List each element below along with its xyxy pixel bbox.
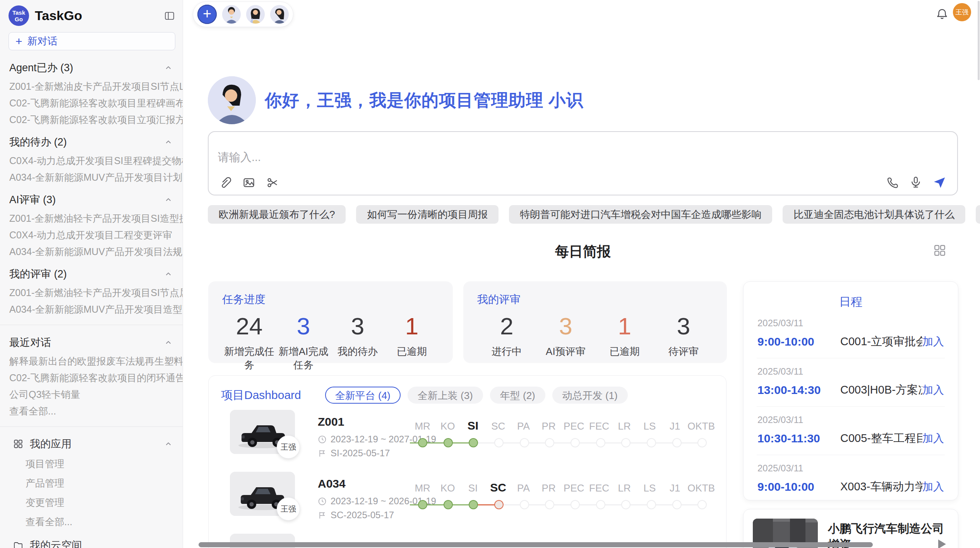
milestone-label: MR xyxy=(415,420,430,432)
list-item[interactable]: C02-飞腾新能源轻客改款项目里程碑画布 xyxy=(0,98,183,108)
project-row[interactable]: 王强 A034 2023-12-19 ~ 2026-01-19 SC-2025-… xyxy=(209,470,726,529)
add-agent-button[interactable]: + xyxy=(197,5,217,24)
chevron-up-icon[interactable] xyxy=(164,440,173,448)
milestone-dot xyxy=(545,500,554,509)
milestone-dot xyxy=(444,438,453,447)
schedule-item[interactable]: 2025/03/11 13:00-14:30 C003|H0B-方案冻结评审 加… xyxy=(757,358,945,407)
milestone-label: PEC xyxy=(564,482,584,494)
join-link[interactable]: 加入 xyxy=(922,480,944,494)
schedule-item[interactable]: 2025/03/11 9:00-10:00 C001-立项审批会 加入 xyxy=(757,310,945,358)
section-my-todo[interactable]: 我的待办 (2) xyxy=(0,135,183,149)
logo-line1: Task xyxy=(12,9,25,16)
sidebar-item-change-mgmt[interactable]: 变更管理 xyxy=(0,496,183,509)
image-icon[interactable] xyxy=(242,176,255,189)
vertical-scrollbar[interactable] xyxy=(978,1,980,80)
stat: 2 进行中 xyxy=(477,310,536,358)
chevron-up-icon[interactable] xyxy=(164,270,173,278)
list-item[interactable]: C0X4-动力总成开发项目工程变更评审 xyxy=(0,230,183,240)
suggestion-chip[interactable]: 比亚迪全固态电池计划具体说了什么 xyxy=(783,205,965,224)
list-item[interactable]: C0X4-动力总成开发项目SI里程碑提交物检查 xyxy=(0,156,183,166)
join-link[interactable]: 加入 xyxy=(922,431,944,446)
list-item[interactable]: A034-全新新能源MUV产品开发项目计划变更表编写 xyxy=(0,172,183,182)
tab-new-bodywork[interactable]: 全新上装 (3) xyxy=(408,387,483,404)
section-agent-done[interactable]: Agent已办 (3) xyxy=(0,61,183,75)
schedule-time: 10:30-11:30 xyxy=(757,432,831,445)
milestone-label: LR xyxy=(618,482,631,494)
view-all-recent[interactable]: 查看全部... xyxy=(0,406,183,416)
milestone-dot xyxy=(418,500,427,509)
list-item[interactable]: A034-全新新能源MUV产品开发项目法规符合性评审 xyxy=(0,247,183,257)
join-link[interactable]: 加入 xyxy=(922,334,944,349)
list-item[interactable]: Z001-全新燃油轻卡产品开发项目SI造型提交物评审 xyxy=(0,213,183,223)
list-item[interactable]: C02-飞腾新能源轻客改款项目立项汇报方案 xyxy=(0,115,183,125)
milestone-dot xyxy=(469,438,478,447)
list-item[interactable]: Z001-全新燃油轻卡产品开发项目SI节点属性5D文件评审 xyxy=(0,288,183,298)
milestone-dot xyxy=(545,438,554,447)
chevron-up-icon[interactable] xyxy=(164,63,173,72)
agent-avatar-3[interactable] xyxy=(270,5,289,24)
microphone-icon[interactable] xyxy=(909,176,922,189)
schedule-date: 2025/03/11 xyxy=(757,414,944,425)
sidebar-item-my-apps[interactable]: 我的应用 xyxy=(0,437,183,451)
milestone-dot xyxy=(647,500,656,509)
list-item[interactable]: C02-飞腾新能源轻客改款项目的闭环通告反馈情况 xyxy=(0,373,183,383)
milestone-label: FEC xyxy=(589,420,609,432)
tab-powertrain[interactable]: 动总开发 (1) xyxy=(552,387,628,404)
horizontal-scrollbar[interactable] xyxy=(199,542,873,547)
project-row[interactable]: 王强 Z001 2023-12-19 ~ 2027-01-19 SI-2025-… xyxy=(209,408,726,467)
schedule-date: 2025/03/11 xyxy=(757,366,944,377)
layout-grid-icon[interactable] xyxy=(933,244,946,257)
notification-bell-icon[interactable] xyxy=(936,8,948,20)
milestone-label: PR xyxy=(542,420,556,432)
agent-avatar-2[interactable] xyxy=(246,5,265,24)
section-ai-review[interactable]: AI评审 (3) xyxy=(0,193,183,207)
tab-new-platform[interactable]: 全新平台 (4) xyxy=(325,387,401,404)
chevron-up-icon[interactable] xyxy=(164,138,173,146)
suggestion-chip[interactable]: 当下年轻人对汽车外观有怎样的喜好趋势 xyxy=(976,205,980,224)
schedule-time: 9:00-10:00 xyxy=(757,335,831,348)
milestone-label: OKTB xyxy=(687,482,715,494)
dashboard-tabs: 全新平台 (4) 全新上装 (3) 年型 (2) 动总开发 (1) xyxy=(325,387,628,404)
milestone-dot xyxy=(469,500,478,509)
suggestion-chip[interactable]: 欧洲新规最近颁布了什么? xyxy=(208,205,346,224)
phone-icon[interactable] xyxy=(886,176,899,189)
schedule-item[interactable]: 2025/03/11 9:00-10:00 X003-车辆动力学性能验... 加… xyxy=(757,455,945,503)
list-item[interactable]: 公司Q3轻卡销量 xyxy=(0,389,183,399)
attachment-icon[interactable] xyxy=(219,176,232,189)
sidebar-item-project-mgmt[interactable]: 项目管理 xyxy=(0,457,183,470)
sidebar-item-cloud-space[interactable]: 我的云空间 xyxy=(0,538,183,548)
join-link[interactable]: 加入 xyxy=(922,383,944,397)
milestone-dot xyxy=(494,500,504,509)
milestone-dot xyxy=(418,438,427,447)
section-my-review[interactable]: 我的评审 (2) xyxy=(0,267,183,281)
section-recent-chats[interactable]: 最近对话 xyxy=(0,336,183,349)
list-item[interactable]: Z001-全新燃油皮卡产品开发项目SI节点Lesson Learn报告 xyxy=(0,81,183,91)
scroll-right-arrow[interactable] xyxy=(938,539,946,548)
stat-label: 进行中 xyxy=(477,345,536,358)
schedule-item[interactable]: 2025/03/11 10:30-11:30 C005-整车工程目标评审 加入 xyxy=(757,407,945,455)
project-next-milestone: SC-2025-05-17 xyxy=(318,510,394,521)
list-item[interactable]: A034-全新新能源MUV产品开发项目造型可行性评审 xyxy=(0,304,183,314)
plus-icon: + xyxy=(15,36,22,47)
milestone-label: SC xyxy=(490,481,506,494)
stat-label: AI预评审 xyxy=(536,345,595,358)
user-avatar[interactable]: 王强 xyxy=(953,3,971,21)
schedule-title: 日程 xyxy=(757,294,945,310)
chevron-up-icon[interactable] xyxy=(164,195,173,204)
sidebar-item-product-mgmt[interactable]: 产品管理 xyxy=(0,477,183,490)
suggestion-chip[interactable]: 特朗普可能对进口汽车增税会对中国车企造成哪些影响 xyxy=(509,205,772,224)
collapse-sidebar-icon[interactable] xyxy=(164,10,175,21)
list-item[interactable]: 解释最新出台的欧盟报废车法规再生塑料比例被调至15%... xyxy=(0,356,183,366)
view-all-apps[interactable]: 查看全部... xyxy=(0,515,183,528)
project-name: A034 xyxy=(318,477,346,490)
tab-model-year[interactable]: 年型 (2) xyxy=(490,387,545,404)
chevron-up-icon[interactable] xyxy=(164,338,173,347)
scissors-icon[interactable] xyxy=(266,176,279,189)
suggestion-chip[interactable]: 如何写一份清晰的项目周报 xyxy=(356,205,499,224)
send-icon[interactable] xyxy=(932,175,946,189)
milestone-label: J1 xyxy=(670,482,680,494)
chat-input[interactable] xyxy=(218,150,837,169)
milestone-label: SC xyxy=(491,420,505,432)
agent-avatar-1[interactable] xyxy=(222,5,241,24)
new-chat-button[interactable]: + 新对话 xyxy=(9,32,175,50)
